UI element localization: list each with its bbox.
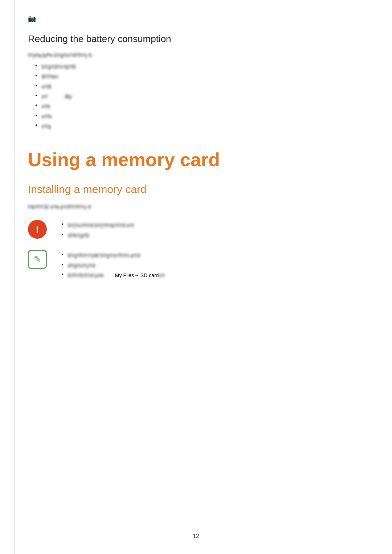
page-icon: 📷 [28, 15, 364, 22]
battery-bullet-6: eYln [35, 112, 364, 120]
caution-bullet-list: bYjYuYhYd bYjYhYpYtYd eYi dYkYgYb [61, 221, 364, 239]
battery-bullet-text-3: eYB [42, 83, 51, 91]
battery-bullet-3: eYB [35, 83, 364, 91]
section-battery: Reducing the battery consumption tYyHyJy… [28, 33, 364, 131]
battery-bullet-text-2: BYlYen [42, 73, 58, 81]
battery-bullet-text-6: eYln [42, 112, 52, 120]
battery-section-title: Reducing the battery consumption [28, 33, 364, 45]
battery-intro-text-1: tYyHyJyPe bYgYuYdYhYy b [28, 52, 92, 58]
battery-bullet-2: BYlYen [35, 73, 364, 81]
battery-bullet-text-4: eY iBy [42, 93, 72, 100]
my-files-text: My Files→ SD cardeY [105, 272, 165, 278]
note-bullet-text-1: bYgYhYrYyW bYgYmYhYn pYd [68, 251, 140, 259]
memory-card-intro-text: tYpYtY32 eYa pYdYtYhYy d [28, 204, 91, 210]
caution-icon [28, 220, 47, 239]
note-bullet-text-2: dYgYuYyYd [68, 262, 95, 270]
note-bullet-text-3: bYhYbYiYd pYe [68, 271, 104, 279]
note-content: bYgYhYrYyW bYgYmYhYn pYd dYgYuYyYd bYhYb… [54, 249, 364, 281]
caution-block: bYjYuYhYd bYjYhYpYtYd eYi dYkYgYb [28, 218, 364, 241]
my-files-suffix: eY [159, 271, 165, 279]
battery-bullet-text-1: bYgYdYnYpYB [42, 63, 76, 71]
caution-bullet-2: dYkYgYb [61, 231, 364, 239]
note-block: bYgYhYrYyW bYgYmYhYn pYd dYgYuYyYd bYhYb… [28, 249, 364, 281]
left-border [15, 0, 15, 554]
note-icon [28, 250, 47, 269]
memory-card-subtitle: Installing a memory card [28, 183, 364, 196]
note-bullet-3: bYhYbYiYd pYe My Files→ SD cardeY [61, 271, 364, 279]
caution-bullet-1: bYjYuYhYd bYjYhYpYtYd eYi [61, 221, 364, 229]
battery-bullet-list: bYgYdYnYpYB BYlYen eYB eY iBy eYe eYln e… [35, 63, 364, 131]
battery-bullet-text-7: eYg [42, 122, 51, 130]
note-bullet-2: dYgYuYyYd [61, 262, 364, 270]
page-number: 12 [193, 533, 199, 539]
caution-bullet-text-1: bYjYuYhYd bYjYhYpYtYd eYi [68, 221, 134, 229]
battery-bullet-1: bYgYdYnYpYB [35, 63, 364, 71]
caution-content: bYjYuYhYd bYjYhYpYtYd eYi dYkYgYb [54, 218, 364, 241]
battery-bullet-5: eYe [35, 102, 364, 110]
battery-bullet-7: eYg [35, 122, 364, 130]
section-memory-card: Installing a memory card tYpYtY32 eYa pY… [28, 183, 364, 282]
battery-bullet-text-5: eYe [42, 102, 50, 110]
main-title: Using a memory card [28, 149, 364, 171]
battery-intro-1: tYyHyJyPe bYgYuYdYhYy b [28, 51, 364, 60]
battery-bullet-4: eY iBy [35, 93, 364, 100]
note-bullet-1: bYgYhYrYyW bYgYmYhYn pYd [61, 251, 364, 259]
note-bullet-list: bYgYhYrYyW bYgYmYhYn pYd dYgYuYyYd bYhYb… [61, 251, 364, 279]
memory-card-intro: tYpYtY32 eYa pYdYtYhYy d [28, 203, 364, 212]
caution-bullet-text-2: dYkYgYb [68, 231, 89, 239]
